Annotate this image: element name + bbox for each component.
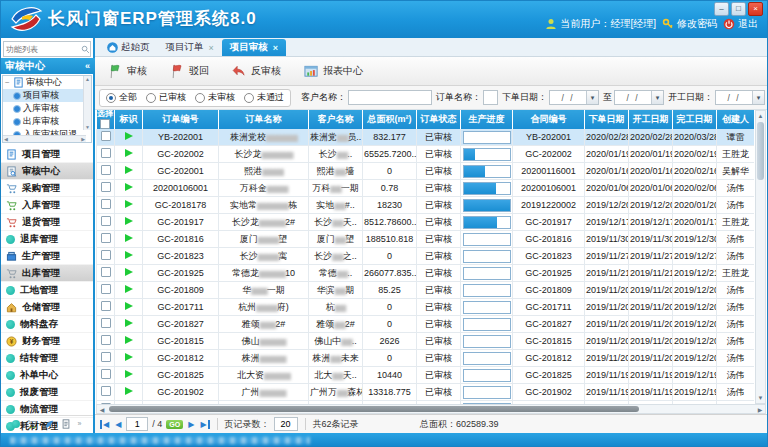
toolbar-button[interactable]: 驳回 [165, 61, 213, 81]
horizontal-scroll-thumb[interactable] [109, 406, 639, 412]
function-search-box[interactable] [3, 41, 91, 57]
vertical-scroll-thumb[interactable] [757, 122, 764, 180]
more-modules-icon[interactable]: » [78, 420, 82, 427]
tab-active[interactable]: 项目审核× [222, 39, 286, 56]
sidebar-item[interactable]: 仓储管理 [0, 299, 93, 316]
prev-page-button[interactable]: ◀ [114, 420, 122, 429]
tree-item[interactable]: 项目审核 [3, 89, 91, 102]
go-button[interactable]: GO [166, 420, 183, 429]
scroll-down-icon[interactable]: ▼ [758, 393, 764, 403]
row-checkbox[interactable] [101, 335, 111, 345]
table-row[interactable]: GC-201711杭州▆▆▆▆府)杭▆▆0已审核GC-2017112019/11… [97, 299, 755, 316]
sidebar-item[interactable]: 项目管理 [0, 146, 93, 163]
last-page-button[interactable]: ▶ [199, 420, 209, 429]
table-row[interactable]: GC-2018178实地常▆▆▆▆▆▆栋实地▆▆#..18230已审核20191… [97, 197, 755, 214]
module-dot-icon[interactable] [12, 420, 20, 428]
maximize-button[interactable]: □ [731, 2, 746, 16]
module-doc-icon[interactable] [61, 419, 71, 429]
tree-vertical-scrollbar[interactable]: ▲▼ [83, 76, 91, 130]
change-password-button[interactable]: 修改密码 [662, 17, 717, 31]
collapse-panel-icon[interactable]: « [85, 61, 90, 71]
sidebar-item[interactable]: 入库管理 [0, 197, 93, 214]
toolbar-button[interactable]: 反审核 [227, 61, 285, 81]
row-checkbox[interactable] [101, 318, 111, 328]
table-row[interactable]: GC-201827雅颂▆▆▆2#雅颂▆▆2#0已审核GC-2018272019/… [97, 316, 755, 333]
table-row[interactable]: YB-202001株洲党校▆▆▆▆▆▆株洲党▆▆员..832.177已审核YB-… [97, 129, 755, 146]
status-radio[interactable]: 未通过 [244, 91, 284, 104]
tab-item[interactable]: 起始页 [99, 39, 158, 56]
row-checkbox[interactable] [101, 369, 111, 379]
module-cart-icon[interactable] [27, 419, 37, 429]
first-page-button[interactable]: ◀ [100, 420, 110, 429]
sidebar-item[interactable]: 补单中心 [0, 367, 93, 384]
minimize-button[interactable]: – [714, 2, 729, 16]
table-vertical-scrollbar[interactable]: ▲ ▼ [755, 110, 766, 404]
table-row[interactable]: GC-202002长沙龙▆▆▆▆▆▆长沙▆▆..65525.7200..已审核G… [97, 146, 755, 163]
module-report-icon[interactable] [44, 419, 54, 429]
table-row[interactable]: GC-201812株洲▆▆▆▆▆株洲▆▆未来0已审核GC-2018122019/… [97, 350, 755, 367]
toolbar-button[interactable]: 报表中心 [299, 61, 367, 81]
tab-close-icon[interactable]: × [273, 43, 278, 53]
row-checkbox[interactable] [101, 250, 111, 260]
logout-button[interactable]: 退出 [723, 17, 758, 31]
start-date-input[interactable]: / /▾ [715, 90, 765, 105]
table-horizontal-scrollbar[interactable]: ◀ ▶ [96, 404, 766, 414]
table-row[interactable]: GC-201902广州▆▆▆▆▆广州万▆▆森林13318.775已审核GC-20… [97, 384, 755, 401]
table-row[interactable]: GC-201925常德龙▆▆▆▆▆10常德▆▆..266077.835..已审核… [97, 265, 755, 282]
scroll-left-icon[interactable]: ◀ [97, 406, 107, 413]
sidebar-item[interactable]: 退库管理 [0, 231, 93, 248]
row-checkbox[interactable] [101, 165, 111, 175]
page-number-input[interactable] [126, 417, 148, 431]
page-size-input[interactable] [274, 417, 298, 431]
tree-expand-icon[interactable]: − [5, 78, 11, 87]
sidebar-item[interactable]: 出库管理 [0, 265, 93, 282]
status-radio[interactable]: 全部 [106, 91, 137, 104]
row-checkbox[interactable] [101, 131, 111, 141]
sidebar-item[interactable]: 物料盘存 [0, 316, 93, 333]
row-checkbox[interactable] [101, 216, 111, 226]
function-search-input[interactable] [4, 45, 80, 54]
sidebar-item[interactable]: 报废管理 [0, 384, 93, 401]
next-page-button[interactable]: ▶ [187, 420, 195, 429]
dropdown-icon[interactable]: ▾ [651, 91, 663, 104]
order-date-from-input[interactable]: / /▾ [549, 90, 599, 105]
row-checkbox[interactable] [101, 284, 111, 294]
status-radio[interactable]: 未审核 [195, 91, 235, 104]
sidebar-item[interactable]: ¥财务管理 [0, 333, 93, 350]
row-checkbox[interactable] [101, 233, 111, 243]
order-name-input[interactable] [483, 90, 498, 105]
dropdown-icon[interactable]: ▾ [752, 91, 764, 104]
row-checkbox[interactable] [101, 148, 111, 158]
status-radio[interactable]: 已审核 [146, 91, 186, 104]
table-row[interactable]: GC-202001熙港▆▆▆▆熙港▆▆墙0已审核202001160012020/… [97, 163, 755, 180]
scroll-right-icon[interactable]: ▶ [755, 406, 765, 413]
tab-close-icon[interactable]: × [209, 43, 214, 53]
order-date-to-input[interactable]: / /▾ [614, 90, 664, 105]
table-row[interactable]: GC-201809华▆▆▆一期华滨▆▆期85.25已审核GC-201809201… [97, 282, 755, 299]
row-checkbox[interactable] [101, 267, 111, 277]
sidebar-item[interactable]: 退货管理 [0, 214, 93, 231]
table-row[interactable]: GC-201816厦门▆▆▆▆望厦门▆▆望188510.818已审核GC-201… [97, 231, 755, 248]
toolbar-button[interactable]: 审核 [103, 61, 151, 81]
row-checkbox[interactable] [101, 301, 111, 311]
scroll-up-icon[interactable]: ▲ [758, 111, 764, 121]
row-checkbox[interactable] [101, 199, 111, 209]
sidebar-item[interactable]: 生产管理 [0, 248, 93, 265]
row-checkbox[interactable] [101, 386, 111, 396]
sidebar-item[interactable]: 结转管理 [0, 350, 93, 367]
table-row[interactable]: GC-201815佛山▆▆▆▆▆佛山中▆▆..2626已审核GC-2018152… [97, 333, 755, 350]
table-row[interactable]: GC-201823长沙▆▆▆▆寓长沙▆▆之..0已审核GC-2018232019… [97, 248, 755, 265]
row-checkbox[interactable] [101, 352, 111, 362]
sidebar-item[interactable]: 审核中心 [0, 163, 93, 180]
table-row[interactable]: GC-201917长沙龙▆▆▆▆▆2#长沙▆▆天..8512.78600..已审… [97, 214, 755, 231]
row-checkbox[interactable] [101, 182, 111, 192]
tree-root[interactable]: −审核中心 [3, 76, 91, 89]
tree-item[interactable]: 入库审核 [3, 102, 91, 115]
sidebar-item[interactable]: 采购管理 [0, 180, 93, 197]
dropdown-icon[interactable]: ▾ [586, 91, 598, 104]
table-row[interactable]: 20200106001万科金▆▆▆▆万科▆▆一期0.78已审核202001060… [97, 180, 755, 197]
tree-horizontal-scrollbar[interactable]: ◀▶ [3, 135, 86, 142]
tab-item[interactable]: 项目订单× [158, 39, 222, 56]
close-button[interactable]: × [748, 2, 763, 16]
sidebar-item[interactable]: 工地管理 [0, 282, 93, 299]
